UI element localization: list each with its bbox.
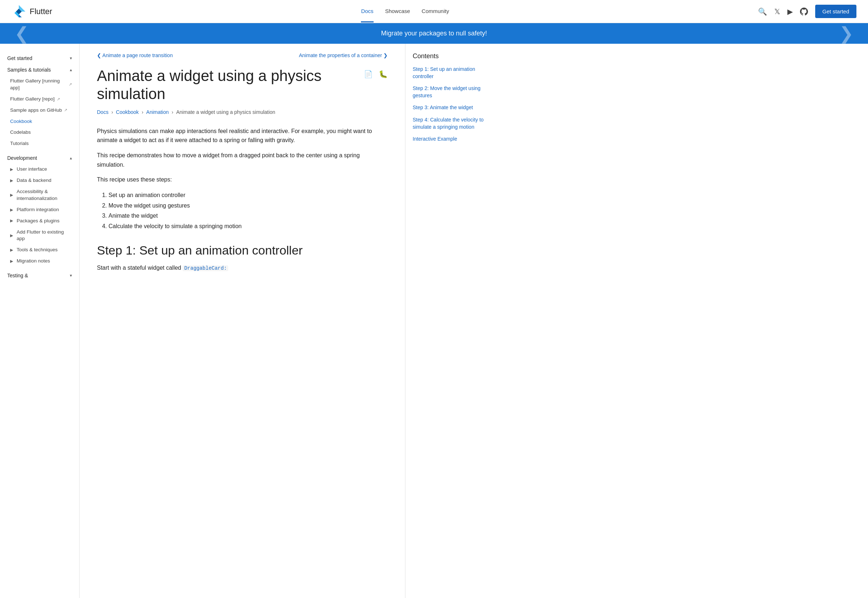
external-link-icon-2: ↗ [57, 97, 60, 102]
arrow-icon-add-flutter: ▶ [10, 233, 13, 238]
sidebar-item-cookbook-label: Cookbook [10, 118, 32, 125]
sidebar-section-testing[interactable]: Testing & ▾ [0, 270, 79, 281]
arrow-icon-ui: ▶ [10, 167, 13, 172]
sidebar: Get started ▾ Samples & tutorials ▴ Flut… [0, 44, 79, 598]
sidebar-section-get-started-label: Get started [7, 55, 32, 61]
testing-chevron-icon: ▾ [70, 273, 72, 278]
sidebar-section-samples-label: Samples & tutorials [7, 67, 51, 73]
flutter-logo[interactable]: Flutter [12, 4, 52, 19]
external-link-icon-3: ↗ [64, 108, 67, 113]
step-list-item-3: Animate the widget [109, 211, 388, 221]
page-layout: Get started ▾ Samples & tutorials ▴ Flut… [0, 44, 868, 598]
nav-showcase[interactable]: Showcase [385, 1, 410, 22]
youtube-button[interactable]: ▶ [787, 7, 793, 16]
copy-icon[interactable]: 📄 [364, 70, 373, 78]
samples-chevron-icon: ▴ [70, 67, 72, 72]
external-link-icon-1: ↗ [69, 82, 72, 87]
breadcrumb-sep-2: › [142, 109, 144, 115]
sidebar-section-development-label: Development [7, 155, 37, 161]
sidebar-item-gallery-repo-label: Flutter Gallery [repo] [10, 96, 55, 103]
sidebar-item-tutorials[interactable]: Tutorials [0, 138, 79, 150]
banner-prev-icon[interactable]: ❮ [15, 25, 29, 42]
contents-link-3[interactable]: Step 3: Animate the widget [413, 104, 492, 111]
contents-link-5[interactable]: Interactive Example [413, 136, 492, 143]
sidebar-item-platform-label: Platform integration [16, 206, 59, 213]
main-nav: Docs Showcase Community [361, 1, 449, 22]
sidebar-item-sample-apps-label: Sample apps on GitHub [10, 107, 62, 114]
banner-text: Migrate your packages to null safety! [381, 30, 487, 37]
sidebar-item-gallery-running-label: Flutter Gallery [running app] [10, 78, 67, 91]
sidebar-item-add-flutter[interactable]: ▶ Add Flutter to existing app [0, 227, 79, 245]
step-list-item-1: Set up an animation controller [109, 190, 388, 201]
sidebar-item-add-flutter-label: Add Flutter to existing app [16, 229, 72, 242]
sidebar-item-platform[interactable]: ▶ Platform integration [0, 204, 79, 215]
intro-paragraph-3: This recipe uses these steps: [97, 175, 388, 184]
breadcrumb-animation[interactable]: Animation [146, 109, 169, 115]
twitter-button[interactable]: 𝕏 [774, 7, 780, 16]
svg-marker-3 [19, 15, 22, 17]
main-content: ❮ Animate a page route transition Animat… [79, 44, 405, 598]
contents-link-4[interactable]: Step 4: Calculate the velocity to simula… [413, 117, 492, 130]
sidebar-section-testing-label: Testing & [7, 273, 28, 278]
section-1-heading: Step 1: Set up an animation controller [97, 243, 388, 257]
nav-community[interactable]: Community [422, 1, 449, 22]
sidebar-section-get-started[interactable]: Get started ▾ [0, 52, 79, 64]
sidebar-item-gallery-repo[interactable]: Flutter Gallery [repo] ↗ [0, 94, 79, 105]
announcement-banner: ❮ Migrate your packages to null safety! … [0, 23, 868, 44]
breadcrumb-current: Animate a widget using a physics simulat… [176, 109, 275, 115]
breadcrumb: Docs › Cookbook › Animation › Animate a … [97, 109, 388, 115]
doc-navigation: ❮ Animate a page route transition Animat… [97, 52, 388, 58]
header-left: Flutter [12, 4, 52, 19]
sidebar-item-ui[interactable]: ▶ User interface [0, 164, 79, 175]
arrow-icon-a11y: ▶ [10, 192, 13, 198]
sidebar-section-development[interactable]: Development ▴ [0, 152, 79, 164]
arrow-icon-packages: ▶ [10, 218, 13, 223]
breadcrumb-sep-3: › [172, 109, 174, 115]
intro-paragraph-1: Physics simulations can make app interac… [97, 127, 388, 145]
development-chevron-icon: ▴ [70, 155, 72, 160]
nav-docs[interactable]: Docs [361, 1, 373, 22]
logo-text-label: Flutter [30, 7, 52, 16]
sidebar-item-data-label: Data & backend [16, 177, 51, 184]
prev-article-link[interactable]: ❮ Animate a page route transition [97, 52, 173, 58]
step-list-item-2: Move the widget using gestures [109, 201, 388, 211]
breadcrumb-cookbook[interactable]: Cookbook [116, 109, 139, 115]
sidebar-item-gallery-running[interactable]: Flutter Gallery [running app] ↗ [0, 76, 79, 94]
sidebar-item-migration-label: Migration notes [16, 258, 50, 265]
breadcrumb-docs[interactable]: Docs [97, 109, 109, 115]
next-article-link[interactable]: Animate the properties of a container ❯ [299, 52, 388, 58]
sidebar-item-sample-apps[interactable]: Sample apps on GitHub ↗ [0, 105, 79, 116]
sidebar-item-packages[interactable]: ▶ Packages & plugins [0, 215, 79, 227]
banner-next-icon[interactable]: ❯ [839, 25, 853, 42]
arrow-icon-data: ▶ [10, 178, 13, 183]
sidebar-item-accessibility[interactable]: ▶ Accessibility & internationalization [0, 186, 79, 204]
sidebar-item-accessibility-label: Accessibility & internationalization [16, 188, 72, 202]
intro-paragraph-2: This recipe demonstrates how to move a w… [97, 151, 388, 169]
breadcrumb-sep-1: › [111, 109, 113, 115]
sidebar-item-cookbook[interactable]: Cookbook [0, 116, 79, 127]
arrow-icon-migration: ▶ [10, 259, 13, 264]
sidebar-item-tools-label: Tools & techniques [16, 247, 57, 253]
arrow-icon-platform: ▶ [10, 207, 13, 212]
github-button[interactable] [800, 7, 808, 15]
contents-title: Contents [413, 52, 492, 60]
sidebar-section-samples[interactable]: Samples & tutorials ▴ [0, 64, 79, 76]
sidebar-item-data-backend[interactable]: ▶ Data & backend [0, 175, 79, 186]
bug-icon[interactable]: 🐛 [379, 70, 388, 78]
sidebar-item-tutorials-label: Tutorials [10, 140, 28, 147]
contents-link-2[interactable]: Step 2: Move the widget using gestures [413, 85, 492, 99]
get-started-button[interactable]: Get started [815, 5, 856, 18]
sidebar-item-tools[interactable]: ▶ Tools & techniques [0, 244, 79, 256]
page-title: Animate a widget using a physics simulat… [97, 67, 364, 103]
draggable-card-code: DraggableCard: [183, 265, 228, 271]
search-button[interactable]: 🔍 [758, 7, 767, 16]
flutter-logo-icon [12, 4, 26, 19]
contents-link-1[interactable]: Step 1: Set up an animation controller [413, 66, 492, 80]
sidebar-item-migration[interactable]: ▶ Migration notes [0, 256, 79, 267]
sidebar-item-codelabs[interactable]: Codelabs [0, 127, 79, 138]
header-actions: 🔍 𝕏 ▶ Get started [758, 5, 856, 18]
sidebar-item-packages-label: Packages & plugins [16, 218, 60, 224]
site-header: Flutter Docs Showcase Community 🔍 𝕏 ▶ Ge… [0, 0, 868, 23]
section-1-intro: Start with a stateful widget called Drag… [97, 263, 388, 273]
contents-panel: Contents Step 1: Set up an animation con… [405, 44, 499, 598]
